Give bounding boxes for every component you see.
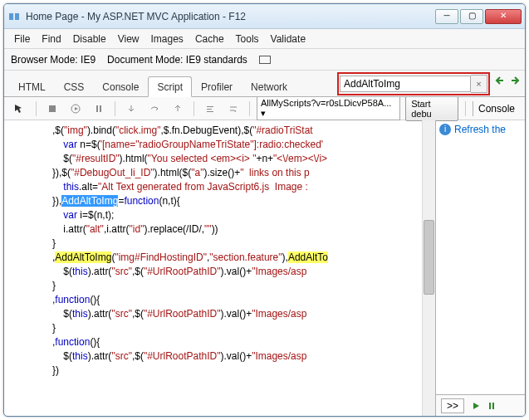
titlebar[interactable]: Home Page - My ASP.NET MVC Application -… xyxy=(4,4,525,29)
match: AddAltTo xyxy=(288,252,328,263)
info-icon: i xyxy=(439,124,451,135)
close-button[interactable]: ✕ xyxy=(485,9,522,24)
window-controls: ─ ▢ ✕ xyxy=(435,9,522,24)
svg-rect-0 xyxy=(9,13,13,20)
svg-rect-4 xyxy=(96,105,98,112)
tab-css[interactable]: CSS xyxy=(55,76,94,96)
console-pane-tab[interactable]: Console xyxy=(473,101,520,116)
svg-rect-2 xyxy=(49,105,56,112)
svg-rect-6 xyxy=(207,106,213,107)
display-mode-icon[interactable] xyxy=(259,56,271,64)
mode-bar: Browser Mode: IE9 Document Mode: IE9 sta… xyxy=(4,49,525,71)
separator xyxy=(465,101,466,116)
search-nav xyxy=(493,74,522,87)
play-icon[interactable] xyxy=(66,101,85,116)
multiline-icon[interactable] xyxy=(487,401,497,411)
maximize-button[interactable]: ▢ xyxy=(460,9,483,24)
select-element-icon[interactable] xyxy=(9,100,29,117)
menu-validate[interactable]: Validate xyxy=(266,32,311,46)
document-mode[interactable]: Document Mode: IE9 standards xyxy=(107,54,247,66)
tool-tabs: HTML CSS Console Script Profiler Network… xyxy=(4,71,525,97)
tab-script[interactable]: Script xyxy=(148,76,192,97)
code-editor[interactable]: ,$("img").bind("click.img",$.fn.DebugEve… xyxy=(4,120,435,416)
info-text: Refresh the xyxy=(454,124,506,135)
format-icon[interactable] xyxy=(201,101,219,116)
search-input[interactable] xyxy=(340,76,471,92)
window-title: Home Page - My ASP.NET MVC Application -… xyxy=(26,11,435,22)
word-wrap-icon[interactable] xyxy=(224,101,242,116)
search-highlight: × xyxy=(337,72,490,95)
separator xyxy=(249,101,250,116)
tab-html[interactable]: HTML xyxy=(9,76,55,96)
svg-rect-1 xyxy=(15,13,19,20)
match: AddAltToImg xyxy=(55,252,111,263)
tab-network[interactable]: Network xyxy=(242,76,296,96)
script-toolbar: AllMyScripts?v=r0sLDicvP58A... ▾ Start d… xyxy=(4,97,525,120)
menu-cache[interactable]: Cache xyxy=(190,32,229,46)
menu-disable[interactable]: Disable xyxy=(68,32,111,46)
browser-mode[interactable]: Browser Mode: IE9 xyxy=(11,54,96,66)
search-clear-button[interactable]: × xyxy=(471,75,487,93)
separator xyxy=(193,101,194,116)
start-debugging-button[interactable]: Start debu xyxy=(405,96,458,121)
menubar: File Find Disable View Images Cache Tool… xyxy=(4,29,525,49)
minimize-button[interactable]: ─ xyxy=(435,9,458,24)
console-prompt[interactable]: >> xyxy=(441,398,464,413)
pause-icon[interactable] xyxy=(90,101,108,116)
match-current: AddAltToImg xyxy=(61,195,118,207)
search-next-icon[interactable] xyxy=(508,74,522,87)
svg-rect-7 xyxy=(207,109,212,110)
separator xyxy=(36,101,37,116)
content-area: ,$("img").bind("click.img",$.fn.DebugEve… xyxy=(4,120,525,416)
console-panel: i Refresh the >> xyxy=(435,120,525,416)
menu-images[interactable]: Images xyxy=(146,32,189,46)
menu-tools[interactable]: Tools xyxy=(231,32,264,46)
app-icon xyxy=(7,10,21,23)
app-window: Home Page - My ASP.NET MVC Application -… xyxy=(3,3,526,417)
vertical-scrollbar[interactable] xyxy=(422,120,435,416)
menu-find[interactable]: Find xyxy=(37,32,66,46)
tab-console[interactable]: Console xyxy=(93,76,148,96)
step-over-icon[interactable] xyxy=(145,101,164,116)
info-message[interactable]: i Refresh the xyxy=(436,120,525,139)
run-icon[interactable] xyxy=(471,401,481,411)
separator xyxy=(115,101,115,116)
console-input-bar: >> xyxy=(436,394,525,416)
step-out-icon[interactable] xyxy=(169,101,187,116)
menu-view[interactable]: View xyxy=(113,32,144,46)
svg-rect-5 xyxy=(100,105,101,112)
scrollbar-thumb[interactable] xyxy=(424,220,434,295)
menu-file[interactable]: File xyxy=(9,32,35,46)
stop-icon[interactable] xyxy=(43,101,61,116)
svg-rect-8 xyxy=(207,111,213,112)
search-prev-icon[interactable] xyxy=(493,74,507,87)
step-into-icon[interactable] xyxy=(122,101,140,116)
tab-profiler[interactable]: Profiler xyxy=(192,76,242,96)
script-file-combo[interactable]: AllMyScripts?v=r0sLDicvP58A... ▾ xyxy=(257,96,400,120)
